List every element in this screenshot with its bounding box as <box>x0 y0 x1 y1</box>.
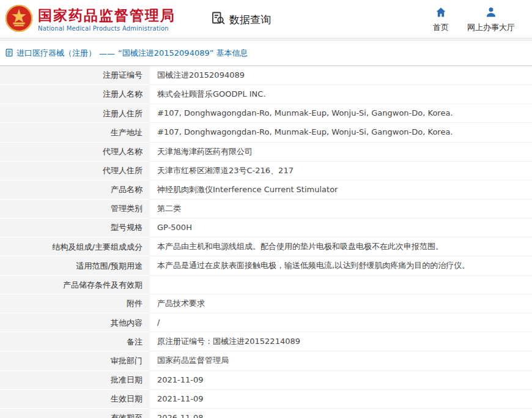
nav-service-hall[interactable]: 网上办事大厅 <box>467 6 515 33</box>
table-row: 生效日期2021-11-09 <box>0 389 532 408</box>
nav-home[interactable]: 首页 <box>433 6 449 33</box>
breadcrumb: 进口医疗器械（注册） —— “国械注进20152094089” 基本信息 <box>0 40 532 65</box>
row-label: 适用范围/预期用途 <box>0 256 150 275</box>
table-row: 注册证编号国械注进20152094089 <box>0 66 532 85</box>
row-value <box>150 275 532 294</box>
table-row: 代理人名称天津旭海津药医药有限公司 <box>0 142 532 161</box>
document-icon <box>5 48 13 59</box>
row-label: 型号规格 <box>0 218 150 237</box>
breadcrumb-current: “国械注进20152094089” 基本信息 <box>118 48 248 59</box>
table-row: 批准日期2021-11-09 <box>0 370 532 389</box>
table-row: 其他内容/ <box>0 313 532 332</box>
table-row: 附件产品技术要求 <box>0 294 532 313</box>
row-label: 生效日期 <box>0 389 150 408</box>
row-value: GP-500H <box>150 218 532 237</box>
person-icon <box>485 6 497 20</box>
table-row: 管理类别第二类 <box>0 199 532 218</box>
table-row: 结构及组成/主要组成成分本产品由主机和电源线组成。配合使用的垫片电极和吸盘电极不… <box>0 237 532 256</box>
nav-home-label: 首页 <box>433 22 449 33</box>
row-value: 第二类 <box>150 199 532 218</box>
row-label: 代理人名称 <box>0 142 150 161</box>
row-value: 天津旭海津药医药有限公司 <box>150 142 532 161</box>
row-value: 神经肌肉刺激仪Interference Current Stimulator <box>150 180 532 199</box>
table-row: 注册人住所#107, Donghwagongdan-Ro, Munmak-Eup… <box>0 104 532 123</box>
table-row: 产品储存条件及有效期 <box>0 275 532 294</box>
table-row: 审批部门国家药品监督管理局 <box>0 351 532 370</box>
table-row: 适用范围/预期用途本产品是通过在皮肤表面接触电极，输送低频电流,以达到舒缓肌肉疼… <box>0 256 532 275</box>
row-value: 2021-11-09 <box>150 389 532 408</box>
row-value: 本产品是通过在皮肤表面接触电极，输送低频电流,以达到舒缓肌肉疼痛为目的的治疗仪。 <box>150 256 532 275</box>
row-value: 产品技术要求 <box>150 294 532 313</box>
site-header: 国家药品监督管理局 National Medical Products Admi… <box>0 0 532 38</box>
row-value: 株式会社顾普乐GOODPL INC. <box>150 85 532 104</box>
table-row: 有效期至2026-11-08 <box>0 408 532 418</box>
row-label: 产品名称 <box>0 180 150 199</box>
row-label: 管理类别 <box>0 199 150 218</box>
row-label: 生产地址 <box>0 123 150 142</box>
table-row: 注册人名称株式会社顾普乐GOODPL INC. <box>0 85 532 104</box>
table-row: 产品名称神经肌肉刺激仪Interference Current Stimulat… <box>0 180 532 199</box>
row-label: 注册证编号 <box>0 66 150 85</box>
row-value: 本产品由主机和电源线组成。配合使用的垫片电极和吸盘电极不在此次申报范围。 <box>150 237 532 256</box>
row-label: 产品储存条件及有效期 <box>0 275 150 294</box>
nav-service-hall-label: 网上办事大厅 <box>467 22 515 33</box>
row-value: 天津市红桥区湘潭道23号C-216、217 <box>150 161 532 180</box>
row-value: #107, Donghwagongdan-Ro, Munmak-Eup, Won… <box>150 104 532 123</box>
row-value: 2021-11-09 <box>150 370 532 389</box>
site-title-block: 国家药品监督管理局 National Medical Products Admi… <box>38 7 175 32</box>
breadcrumb-category[interactable]: 进口医疗器械（注册） <box>17 48 96 59</box>
row-label: 注册人名称 <box>0 85 150 104</box>
table-row: 型号规格GP-500H <box>0 218 532 237</box>
row-value: 2026-11-08 <box>150 408 532 418</box>
header-nav: 首页 网上办事大厅 <box>433 6 526 33</box>
table-row: 备注原注册证编号：国械注进20152214089 <box>0 332 532 351</box>
row-value: 国械注进20152094089 <box>150 66 532 85</box>
site-title-en: National Medical Products Administration <box>38 25 175 32</box>
row-label: 审批部门 <box>0 351 150 370</box>
row-value: / <box>150 313 532 332</box>
row-label: 代理人住所 <box>0 161 150 180</box>
row-label: 结构及组成/主要组成成分 <box>0 237 150 256</box>
data-query-section: 数据查询 <box>211 11 271 28</box>
breadcrumb-dash: —— <box>99 49 115 58</box>
row-label: 注册人住所 <box>0 104 150 123</box>
row-label: 备注 <box>0 332 150 351</box>
registration-info-table: 注册证编号国械注进20152094089注册人名称株式会社顾普乐GOODPL I… <box>0 65 532 418</box>
row-label: 附件 <box>0 294 150 313</box>
home-icon <box>435 6 447 20</box>
site-title-cn: 国家药品监督管理局 <box>38 7 175 24</box>
table-row: 生产地址#107, Donghwagongdan-Ro, Munmak-Eup,… <box>0 123 532 142</box>
doc-search-icon <box>211 11 226 28</box>
table-row: 代理人住所天津市红桥区湘潭道23号C-216、217 <box>0 161 532 180</box>
data-query-label: 数据查询 <box>229 13 271 27</box>
info-table-body: 注册证编号国械注进20152094089注册人名称株式会社顾普乐GOODPL I… <box>0 66 532 418</box>
row-label: 其他内容 <box>0 313 150 332</box>
row-value: 原注册证编号：国械注进20152214089 <box>150 332 532 351</box>
row-value: #107, Donghwagongdan-Ro, Munmak-Eup, Won… <box>150 123 532 142</box>
row-value: 国家药品监督管理局 <box>150 351 532 370</box>
row-label: 批准日期 <box>0 370 150 389</box>
national-emblem-icon <box>5 4 33 35</box>
row-label: 有效期至 <box>0 408 150 418</box>
